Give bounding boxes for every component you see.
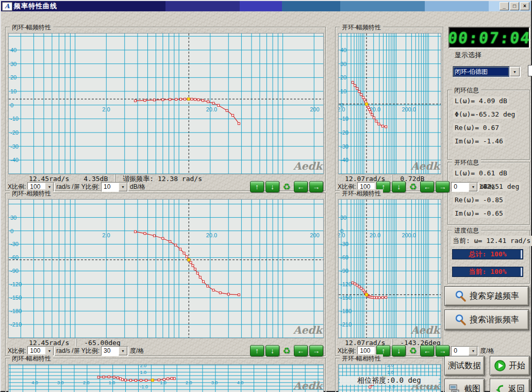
pan-down-button[interactable]: ↓ [392, 345, 406, 356]
test-data-button[interactable]: 测试数据 [444, 356, 485, 375]
open-loop-info-group: 开环信息 L(ω)= 0.61 dB Φ(ω)=-142.51 deg Re(ω… [447, 162, 530, 225]
open-loop-phase-panel: 开环-相频特性 2.020.0200.0300-30-60-90-120-150… [335, 193, 443, 356]
svg-text:30: 30 [340, 215, 346, 221]
svg-text:-210: -210 [340, 321, 352, 328]
current-frequency-label: 当前: ω= 12.41 rad/s [451, 236, 532, 246]
minimize-button[interactable]: _ [500, 2, 509, 10]
reset-view-icon[interactable]: ♻ [407, 346, 419, 356]
svg-text:-40: -40 [10, 157, 19, 163]
svg-text:200: 200 [310, 232, 319, 238]
back-button[interactable]: 返回 [490, 379, 530, 392]
start-button[interactable]: 开始 [490, 356, 530, 375]
dropdown-arrow-icon[interactable]: ▼ [469, 347, 477, 355]
titlebar[interactable]: A 频率特性曲线 _ □ × [1, 1, 531, 11]
open-loop-info-rows: L(ω)= 0.61 dB Φ(ω)=-142.51 deg Re(ω)= -0… [453, 169, 521, 218]
open-loop-phase-plot[interactable]: 2.020.0200.0300-30-60-90-120-150-180-210… [338, 199, 441, 338]
maximize-button[interactable]: □ [510, 2, 519, 10]
svg-text:2.0: 2.0 [102, 232, 110, 238]
progress-end-cap [521, 250, 522, 258]
total-progress-bar: 总计: 100% [452, 249, 523, 259]
dropdown-arrow-icon[interactable]: ▼ [510, 67, 520, 76]
svg-text:200.0: 200.0 [402, 232, 416, 238]
pan-down-button[interactable]: ↓ [392, 181, 406, 192]
open-loop-nyquist-title: 开环-幅相特性 [340, 354, 383, 363]
dropdown-arrow-icon[interactable]: ▼ [469, 183, 477, 191]
svg-text:-180: -180 [10, 308, 22, 314]
svg-text:-20: -20 [10, 129, 19, 136]
display-select-label: 显示选择 [455, 51, 481, 60]
search-resonance-button[interactable]: 搜索谐振频率 [444, 309, 529, 330]
search-crossover-button[interactable]: 搜索穿越频率 [444, 286, 529, 306]
reset-view-icon[interactable]: ♻ [281, 182, 292, 192]
screenshot-label: 截图 [464, 384, 480, 392]
pan-left-button[interactable]: ← [420, 345, 434, 356]
svg-text:4.0: 4.0 [237, 380, 244, 385]
closed-loop-phase-plot[interactable]: 2.020.0200300-30-60-90-120-150-180-210Ae… [8, 199, 324, 338]
y-scale-select[interactable]: 0▼ [451, 182, 478, 192]
svg-text:200.0: 200.0 [402, 106, 416, 112]
closed-loop-info-rows: L(ω)= 4.09 dB Φ(ω)=-65.32 deg Re(ω)= 0.6… [453, 96, 517, 145]
dropdown-arrow-icon[interactable]: ▼ [119, 347, 127, 355]
x-scale-unit: rad/s /屏 [56, 183, 79, 191]
phase-margin-annotation: 相位裕度:0.0 deg [340, 376, 439, 385]
closed-loop-magnitude-plot[interactable]: 2.020.0200403020100-10-20-30-40Aedk [8, 33, 324, 174]
watermark: Aedk [293, 160, 323, 172]
watermark: Aedk [410, 160, 441, 172]
svg-text:1.0: 1.0 [140, 370, 146, 375]
pan-right-button[interactable]: → [436, 181, 450, 192]
svg-text:2.0: 2.0 [186, 380, 192, 385]
svg-text:0: 0 [340, 228, 343, 234]
closed-loop-magnitude-svg: 2.020.0200403020100-10-20-30-40Aedk [9, 34, 323, 174]
svg-text:40: 40 [10, 47, 16, 53]
reset-view-icon[interactable]: ♻ [281, 346, 292, 356]
closed-loop-magnitude-title: 闭环-幅频特性 [10, 23, 53, 32]
svg-text:1.0: 1.0 [387, 370, 394, 375]
cl-magnitude-value: L(ω)= 4.09 dB [453, 96, 509, 105]
svg-text:-150: -150 [340, 295, 352, 301]
scale-controls: X比例: 100▼ rad/s /屏 Y比例: 30▼ 度/格 ↑ ↓ ♻ ← … [8, 346, 323, 356]
svg-text:-210: -210 [10, 321, 22, 328]
display-select-value[interactable]: 闭环-伯德图 [453, 67, 509, 77]
pan-left-button[interactable]: ← [420, 181, 434, 192]
pan-up-button[interactable]: ↑ [250, 181, 264, 192]
close-button[interactable]: × [520, 2, 529, 10]
pan-left-button[interactable]: ← [294, 181, 308, 192]
svg-text:-150: -150 [10, 295, 22, 301]
pan-down-button[interactable]: ↓ [265, 345, 279, 356]
pan-up-button[interactable]: ↑ [250, 345, 264, 356]
open-loop-magnitude-plot[interactable]: 2.020.0200.0403020100-10-20-30-40Aedk [338, 33, 441, 174]
svg-text:10: 10 [340, 88, 346, 94]
magnifier-icon [454, 314, 467, 326]
svg-text:2.0: 2.0 [83, 380, 90, 385]
display-select-dropdown[interactable]: 闭环-伯德图 ▼ [453, 66, 521, 77]
svg-text:10: 10 [10, 88, 16, 94]
closed-loop-nyquist-svg: 4.03.02.01.01.02.03.04.02.01.0-1.0-2.0Ae… [9, 365, 323, 392]
svg-text:-1.0: -1.0 [140, 384, 148, 389]
pan-left-button[interactable]: ← [294, 345, 308, 356]
pan-right-button[interactable]: → [436, 345, 450, 356]
pan-down-button[interactable]: ↓ [265, 181, 279, 192]
closed-loop-nyquist-plot[interactable]: 4.03.02.01.01.02.03.04.02.01.0-1.0-2.0Ae… [8, 364, 324, 392]
svg-text:-90: -90 [10, 268, 19, 274]
dropdown-arrow-icon[interactable]: ▼ [119, 183, 127, 191]
open-loop-info-title: 开环信息 [452, 158, 481, 167]
y-scale-select[interactable]: 30▼ [101, 346, 128, 356]
dropdown-arrow-icon[interactable]: ▼ [45, 347, 54, 355]
current-progress-label: 当前: 100% [469, 267, 507, 276]
svg-text:-30: -30 [340, 143, 348, 150]
y-scale-select[interactable]: 0▼ [451, 346, 478, 356]
svg-text:20: 20 [10, 74, 16, 80]
magnifier-icon [454, 290, 467, 302]
pan-right-button[interactable]: → [309, 345, 323, 356]
progress-info-title: 进度信息 [452, 226, 481, 235]
closed-loop-nyquist-panel: 闭环-幅相特性 4.03.02.01.01.02.03.04.02.01.0-1… [5, 358, 326, 392]
y-scale-select[interactable]: 10▼ [101, 182, 128, 192]
svg-text:-30: -30 [10, 143, 19, 150]
progress-info-group: 进度信息 当前: ω= 12.41 rad/s 总计: 100% 当前: 100… [447, 230, 530, 284]
clipped-control [528, 65, 532, 76]
reset-view-icon[interactable]: ♻ [407, 182, 419, 192]
screenshot-button[interactable]: 截图 [444, 379, 485, 392]
pan-right-button[interactable]: → [309, 181, 323, 192]
svg-text:-40: -40 [340, 157, 348, 163]
closed-loop-nyquist-title: 闭环-幅相特性 [10, 354, 53, 363]
